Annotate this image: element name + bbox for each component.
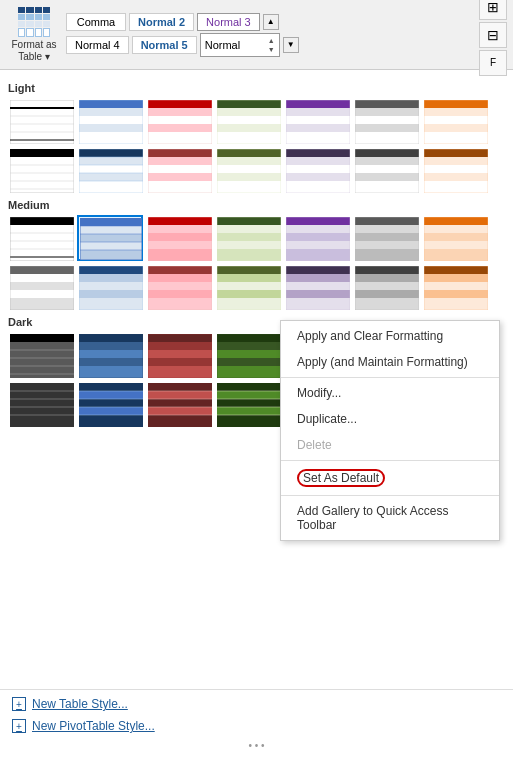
table-thumb-med-orange[interactable]	[422, 215, 488, 261]
svg-rect-136	[10, 274, 74, 282]
svg-rect-40	[424, 132, 488, 144]
style-normal5[interactable]: Normal 5	[132, 36, 197, 54]
format-as-table-button[interactable]: Format as Table ▾	[6, 5, 62, 65]
combo-arrows[interactable]: ▲ ▼	[268, 36, 275, 54]
table-thumb-med2-blue[interactable]	[77, 264, 143, 310]
svg-rect-109	[148, 249, 212, 261]
svg-rect-132	[424, 241, 488, 249]
table-thumb-dark-plain[interactable]	[8, 332, 74, 378]
table-thumb-dark2-blue[interactable]	[77, 381, 143, 427]
context-apply-maintain[interactable]: Apply (and Maintain Formatting)	[281, 349, 499, 375]
svg-rect-225	[79, 391, 143, 399]
svg-rect-15	[148, 124, 212, 132]
context-apply-clear[interactable]: Apply and Clear Formatting	[281, 323, 499, 349]
svg-rect-139	[10, 298, 74, 310]
svg-rect-178	[10, 334, 74, 342]
svg-rect-72	[286, 165, 350, 173]
new-table-style-label: New Table Style...	[32, 697, 128, 711]
combo-down[interactable]: ▼	[268, 45, 275, 54]
svg-rect-193	[148, 366, 212, 378]
svg-rect-6	[79, 100, 143, 108]
table-thumb-med-plain[interactable]	[8, 215, 74, 261]
table-thumb-blue2[interactable]	[77, 147, 143, 193]
table-thumb-med-purple[interactable]	[284, 215, 350, 261]
svg-rect-71	[286, 157, 350, 165]
svg-rect-228	[79, 415, 143, 427]
svg-rect-62	[148, 181, 212, 193]
style-normal2[interactable]: Normal 2	[129, 13, 194, 31]
svg-rect-149	[148, 282, 212, 290]
table-thumb-red2[interactable]	[146, 147, 212, 193]
table-thumb-med2-red[interactable]	[146, 264, 212, 310]
svg-rect-119	[286, 233, 350, 241]
delete-button[interactable]: ⊟	[479, 22, 507, 48]
table-thumb-plain[interactable]	[8, 98, 74, 144]
table-thumb-green-light[interactable]	[215, 98, 281, 144]
svg-rect-124	[355, 225, 419, 233]
svg-rect-191	[148, 350, 212, 358]
svg-rect-187	[79, 366, 143, 378]
table-thumb-med2-gray[interactable]	[353, 264, 419, 310]
svg-rect-99	[80, 250, 142, 260]
svg-rect-156	[217, 290, 281, 298]
table-thumb-gray-light[interactable]	[353, 98, 419, 144]
table-thumb-dark-red[interactable]	[146, 332, 212, 378]
table-thumb-dark2-plain[interactable]	[8, 381, 74, 427]
new-table-style-button[interactable]: + New Table Style...	[8, 694, 505, 714]
table-thumb-red-light[interactable]	[146, 98, 212, 144]
table-thumb-dark-green[interactable]	[215, 332, 281, 378]
svg-rect-131	[424, 233, 488, 241]
new-pivot-style-button[interactable]: + New PivotTable Style...	[8, 716, 505, 736]
svg-rect-96	[80, 226, 142, 234]
svg-rect-115	[217, 249, 281, 261]
table-thumb-plain2[interactable]	[8, 147, 74, 193]
svg-rect-21	[217, 124, 281, 132]
table-thumb-med2-plain[interactable]	[8, 264, 74, 310]
table-thumb-med-green[interactable]	[215, 215, 281, 261]
style-combo[interactable]: Normal ▲ ▼	[200, 33, 280, 57]
svg-rect-39	[424, 124, 488, 132]
svg-rect-120	[286, 241, 350, 249]
table-thumb-green2[interactable]	[215, 147, 281, 193]
context-add-gallery[interactable]: Add Gallery to Quick Access Toolbar	[281, 498, 499, 538]
svg-rect-126	[355, 241, 419, 249]
svg-rect-10	[79, 132, 143, 144]
context-separator-1	[281, 377, 499, 378]
table-thumb-med2-orange[interactable]	[422, 264, 488, 310]
context-delete[interactable]: Delete	[281, 432, 499, 458]
style-comma[interactable]: Comma	[66, 13, 126, 31]
scroll-down-btn[interactable]: ▼	[283, 37, 299, 53]
combo-up[interactable]: ▲	[268, 36, 275, 45]
svg-rect-59	[148, 157, 212, 165]
table-thumb-gray2[interactable]	[353, 147, 419, 193]
table-thumb-med-blue-selected[interactable]	[77, 215, 143, 261]
table-thumb-purple2[interactable]	[284, 147, 350, 193]
context-duplicate[interactable]: Duplicate...	[281, 406, 499, 432]
table-thumb-med2-purple[interactable]	[284, 264, 350, 310]
insert-icon: ⊞	[487, 0, 499, 15]
table-thumb-orange2[interactable]	[422, 147, 488, 193]
table-thumb-med2-green[interactable]	[215, 264, 281, 310]
medium-section-label: Medium	[8, 199, 505, 211]
svg-rect-167	[355, 282, 419, 290]
style-normal3[interactable]: Normal 3	[197, 13, 260, 31]
style-normal4[interactable]: Normal 4	[66, 36, 129, 54]
svg-rect-199	[217, 366, 281, 378]
table-thumb-med-gray[interactable]	[353, 215, 419, 261]
svg-rect-244	[217, 399, 281, 407]
table-thumb-purple-light[interactable]	[284, 98, 350, 144]
table-thumb-dark2-green[interactable]	[215, 381, 281, 427]
svg-rect-82	[424, 149, 488, 157]
svg-rect-32	[355, 116, 419, 124]
styles-area: Comma Normal 2 Normal 3 ▲ Normal 4 Norma…	[66, 13, 471, 57]
table-thumb-med-red[interactable]	[146, 215, 212, 261]
table-thumb-dark2-red[interactable]	[146, 381, 212, 427]
scroll-up-btn[interactable]: ▲	[263, 14, 279, 30]
table-thumb-blue-light[interactable]	[77, 98, 143, 144]
insert-button[interactable]: ⊞	[479, 0, 507, 20]
context-set-default[interactable]: Set As Default	[281, 463, 499, 493]
format-button[interactable]: F	[479, 50, 507, 76]
table-thumb-orange-light[interactable]	[422, 98, 488, 144]
context-modify[interactable]: Modify...	[281, 380, 499, 406]
table-thumb-dark-blue[interactable]	[77, 332, 143, 378]
